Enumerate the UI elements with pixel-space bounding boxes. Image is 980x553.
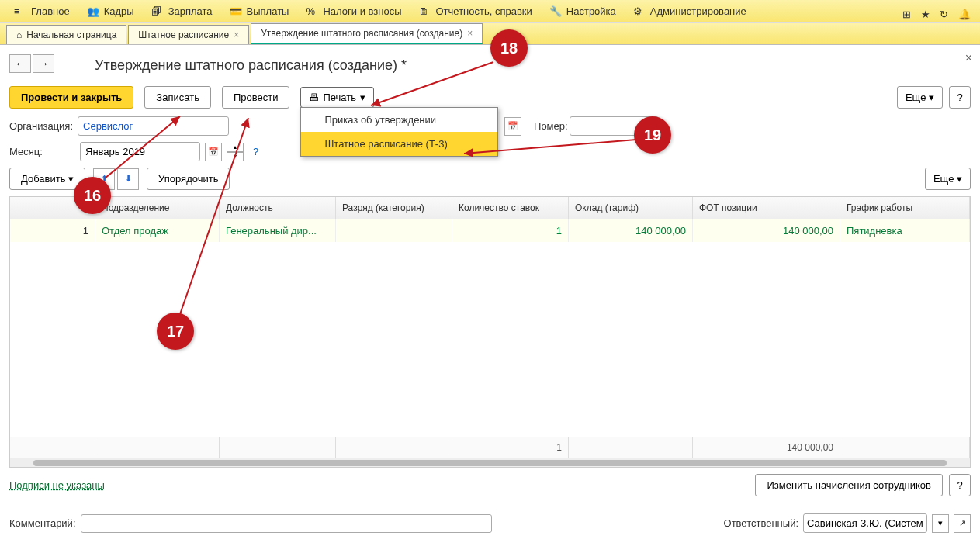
more-button[interactable]: Еще ▾	[897, 86, 943, 109]
col-sal[interactable]: Оклад (тариф)	[569, 197, 693, 219]
col-dept[interactable]: Подразделение	[95, 197, 220, 219]
doc-icon: 🗎	[419, 5, 431, 18]
top-menu-bar: ≡Главное 👥Кадры 🗐Зарплата 💳Выплаты %Нало…	[0, 0, 980, 23]
star-icon[interactable]: ★	[918, 5, 930, 18]
annotation-marker-17: 17	[157, 313, 194, 350]
help-button-2[interactable]: ?	[949, 474, 971, 496]
add-button[interactable]: Добавить ▾	[9, 168, 85, 190]
close-icon[interactable]: ×	[234, 29, 239, 40]
col-fot[interactable]: ФОТ позиции	[693, 197, 840, 219]
wrench-icon: 🔧	[549, 5, 562, 18]
num-label: Номер:	[534, 120, 568, 132]
calc-icon: 🗐	[151, 5, 164, 18]
table-row[interactable]: 1 Отдел продаж Генеральный дир... 1 140 …	[10, 219, 970, 242]
order-button[interactable]: Упорядочить	[147, 168, 230, 190]
menu-settings[interactable]: 🔧Настройка	[542, 2, 624, 21]
grid-header: N Подразделение Должность Разряд (катего…	[10, 197, 970, 219]
help-button[interactable]: ?	[949, 86, 971, 109]
resp-dropdown-button[interactable]: ▾	[932, 514, 949, 533]
menu-icon: ≡	[14, 5, 26, 18]
print-button[interactable]: 🖶Печать▾	[300, 87, 374, 108]
gear-icon: ⚙	[633, 5, 646, 18]
annotation-marker-19: 19	[634, 116, 671, 154]
main-toolbar: Провести и закрыть Записать Провести 🖶Пе…	[9, 86, 971, 109]
org-input[interactable]	[78, 116, 229, 136]
print-item-t3[interactable]: Штатное расписание (Т-3)	[301, 132, 497, 156]
signatures-link[interactable]: Подписи не указаны	[9, 479, 105, 491]
comment-input[interactable]	[81, 514, 492, 533]
month-input[interactable]	[80, 142, 200, 161]
close-icon[interactable]: ×	[467, 28, 473, 39]
do-button[interactable]: Провести	[222, 86, 290, 109]
save-button[interactable]: Записать	[144, 86, 211, 109]
menu-hr[interactable]: 👥Кадры	[79, 2, 142, 21]
menu-main[interactable]: ≡Главное	[6, 2, 78, 21]
annotation-marker-16: 16	[74, 177, 111, 214]
tab-home[interactable]: ⌂Начальная страница	[6, 25, 126, 44]
close-page-icon[interactable]: ×	[965, 51, 972, 65]
print-item-approval[interactable]: Приказ об утверждении	[301, 108, 497, 132]
tabs-bar: ⌂Начальная страница Штатное расписание× …	[0, 23, 980, 45]
responsible-input[interactable]	[803, 513, 927, 533]
calendar-button[interactable]: 📅	[205, 143, 222, 161]
nav-fwd-button[interactable]: →	[33, 54, 54, 73]
tab-approve[interactable]: Утверждение штатного расписания (создани…	[251, 23, 483, 44]
chevron-down-icon: ▾	[68, 173, 74, 185]
col-cat[interactable]: Разряд (категория)	[336, 197, 452, 219]
apps-icon[interactable]: ⊞	[899, 5, 912, 18]
home-icon: ⌂	[16, 29, 22, 40]
org-label: Организация:	[9, 120, 73, 132]
menu-reports[interactable]: 🗎Отчетность, справки	[411, 2, 540, 21]
history-icon[interactable]: ↻	[937, 5, 949, 18]
col-sch[interactable]: График работы	[840, 197, 970, 219]
resp-open-button[interactable]: ↗	[954, 514, 971, 533]
menu-payments[interactable]: 💳Выплаты	[222, 2, 297, 21]
h-scrollbar[interactable]	[10, 458, 970, 467]
staff-grid: N Подразделение Должность Разряд (катего…	[9, 196, 971, 468]
responsible-label: Ответственный:	[724, 517, 798, 529]
grid-more-button[interactable]: Еще ▾	[925, 168, 971, 190]
percent-icon: %	[306, 5, 318, 18]
month-down-button[interactable]: ▾	[227, 152, 244, 161]
chevron-down-icon: ▾	[360, 92, 365, 103]
menu-taxes[interactable]: %Налоги и взносы	[298, 2, 409, 21]
comment-label: Комментарий:	[9, 517, 76, 529]
nav-back-button[interactable]: ←	[9, 54, 31, 73]
annotation-marker-18: 18	[490, 29, 528, 67]
people-icon: 👥	[87, 5, 99, 18]
col-pos[interactable]: Должность	[220, 197, 336, 219]
grid-footer: 1 140 000,00	[10, 437, 970, 458]
menu-salary[interactable]: 🗐Зарплата	[144, 2, 220, 21]
month-up-button[interactable]: ▴	[227, 143, 244, 152]
printer-icon: 🖶	[309, 92, 319, 103]
month-help-link[interactable]: ?	[253, 146, 258, 157]
page-title: Утверждение штатного расписания (создани…	[95, 57, 971, 74]
card-icon: 💳	[230, 5, 242, 18]
date-picker-button[interactable]: 📅	[504, 117, 521, 136]
chevron-down-icon: ▾	[957, 173, 962, 185]
change-accruals-button[interactable]: Изменить начисления сотрудников	[755, 474, 943, 496]
month-label: Месяц:	[9, 146, 75, 157]
move-down-button[interactable]: ⬇	[117, 168, 139, 190]
col-cnt[interactable]: Количество ставок	[452, 197, 569, 219]
bell-icon[interactable]: 🔔	[955, 5, 968, 18]
menu-admin[interactable]: ⚙Администрирование	[625, 2, 754, 21]
tab-staff[interactable]: Штатное расписание×	[128, 25, 249, 44]
print-dropdown: Приказ об утверждении Штатное расписание…	[300, 107, 498, 157]
chevron-down-icon: ▾	[929, 92, 934, 103]
do-and-close-button[interactable]: Провести и закрыть	[9, 86, 133, 109]
